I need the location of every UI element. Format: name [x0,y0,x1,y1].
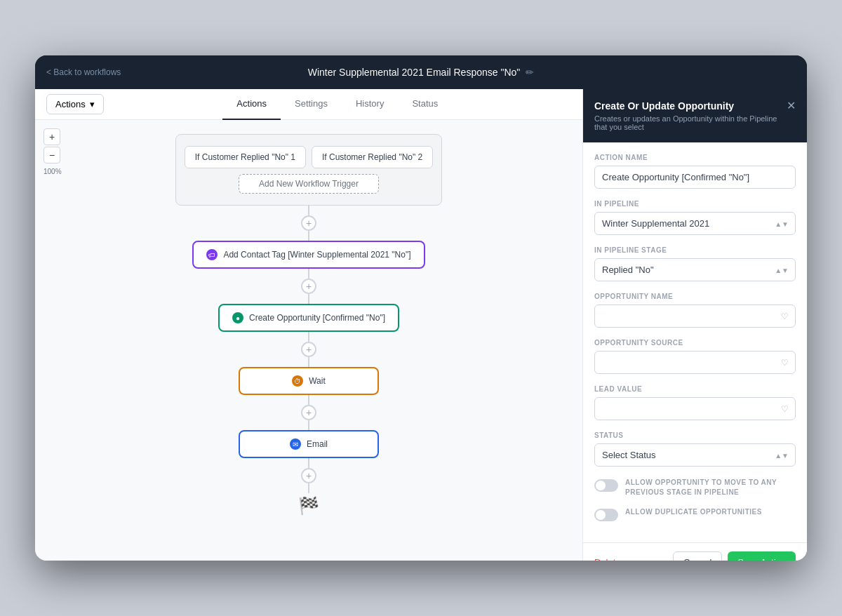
action-name-label: ACTION NAME [594,154,796,161]
panel-footer: Delete Cancel Save Action [583,542,807,561]
opportunity-icon: ● [232,312,243,323]
status-select[interactable]: Select Status [594,443,796,467]
email-label: Email [307,439,328,449]
trigger-box: If Customer Replied "No" 1 If Customer R… [175,134,442,206]
finish-icon: 🏁 [298,496,319,516]
wait-icon: ⏱ [292,375,303,387]
trigger-node-1[interactable]: If Customer Replied "No" 1 [185,146,306,168]
in-pipeline-field: IN PIPELINE Winter Supplemental 2021 ▲▼ [594,200,796,235]
lead-value-input[interactable] [594,397,796,420]
toggle-previous-stage-label: ALLOW OPPORTUNITY TO MOVE TO ANY PREVIOU… [625,478,796,497]
pipeline-stage-label: IN PIPELINE STAGE [594,246,796,254]
tab-settings[interactable]: Settings [281,89,342,120]
panel-subtitle: Creates or updates an Opportunity within… [594,114,787,131]
wait-node[interactable]: ⏱ Wait [239,367,379,395]
tab-history[interactable]: History [342,89,398,120]
panel-header: Create Or Update Opportunity Creates or … [583,89,807,142]
opportunity-node[interactable]: ● Create Opportunity [Confirmed "No"] [218,304,399,332]
email-icon: ✉ [290,438,301,450]
close-panel-button[interactable]: ✕ [787,100,796,112]
add-node-btn-4[interactable]: + [301,405,316,420]
edit-title-icon[interactable]: ✏ [526,67,534,78]
zoom-out-button[interactable]: − [44,147,60,163]
pipeline-stage-field: IN PIPELINE STAGE Replied "No" ▲▼ [594,246,796,281]
add-node-btn-2[interactable]: + [301,279,316,294]
opportunity-source-field: OPPORTUNITY SOURCE ♡ [594,339,796,374]
cancel-button[interactable]: Cancel [673,551,722,561]
connector-1: + [301,206,316,241]
toggle-duplicate[interactable] [594,509,618,521]
opportunity-name-input[interactable] [594,304,796,328]
save-action-button[interactable]: Save Action [728,551,796,561]
toggle-duplicate-row: ALLOW DUPLICATE OPPORTUNITIES [594,507,796,521]
tag-label: Add Contact Tag [Winter Supplemental 202… [223,250,410,260]
lead-value-field: LEAD VALUE ♡ [594,385,796,420]
status-field: STATUS Select Status ▲▼ [594,431,796,467]
connector-4: + [301,395,316,430]
trigger-node-2[interactable]: If Customer Replied "No" 2 [312,146,433,168]
delete-button[interactable]: Delete [594,557,621,561]
zoom-level: 100% [44,168,62,175]
workflow-title: Winter Supplemental 2021 Email Response … [308,67,521,78]
toggle-duplicate-label: ALLOW DUPLICATE OPPORTUNITIES [625,507,762,517]
in-pipeline-label: IN PIPELINE [594,200,796,208]
back-link[interactable]: < Back to workflows [46,67,121,77]
tag-icon: 🏷 [206,249,218,260]
lead-value-label: LEAD VALUE [594,385,796,393]
zoom-in-button[interactable]: + [44,128,60,145]
actions-label: Actions [55,99,86,109]
tag-node[interactable]: 🏷 Add Contact Tag [Winter Supplemental 2… [192,241,425,269]
wait-label: Wait [309,376,326,386]
connector-3: + [301,332,316,367]
action-name-field: ACTION NAME [594,154,796,189]
toggle-previous-stage[interactable] [594,479,618,492]
pipeline-stage-select[interactable]: Replied "No" [594,258,796,281]
panel-title: Create Or Update Opportunity [594,100,787,112]
opportunity-source-input[interactable] [594,351,796,374]
connector-2: + [301,269,316,304]
in-pipeline-select[interactable]: Winter Supplemental 2021 [594,212,796,235]
status-label: STATUS [594,431,796,439]
toggle-previous-stage-row: ALLOW OPPORTUNITY TO MOVE TO ANY PREVIOU… [594,478,796,497]
lead-value-icon: ♡ [781,404,789,414]
opportunity-source-icon: ♡ [781,358,789,368]
right-panel: Create Or Update Opportunity Creates or … [582,89,807,561]
add-node-btn-5[interactable]: + [301,468,316,483]
actions-chevron-icon: ▾ [90,99,95,109]
add-trigger-button[interactable]: Add New Workflow Trigger [239,174,379,194]
connector-5: + [301,458,316,493]
opportunity-name-icon: ♡ [781,312,789,321]
tab-actions[interactable]: Actions [222,89,281,120]
action-name-input[interactable] [594,166,796,189]
opportunity-label: Create Opportunity [Confirmed "No"] [249,313,385,323]
opportunity-source-label: OPPORTUNITY SOURCE [594,339,796,347]
add-node-btn-3[interactable]: + [301,342,316,357]
tab-status[interactable]: Status [398,89,452,120]
opportunity-name-label: OPPORTUNITY NAME [594,293,796,300]
add-node-btn-1[interactable]: + [301,215,316,231]
email-node[interactable]: ✉ Email [239,430,379,458]
opportunity-name-field: OPPORTUNITY NAME ♡ [594,293,796,328]
actions-button[interactable]: Actions ▾ [46,94,104,114]
zoom-controls: + − 100% [44,128,62,175]
